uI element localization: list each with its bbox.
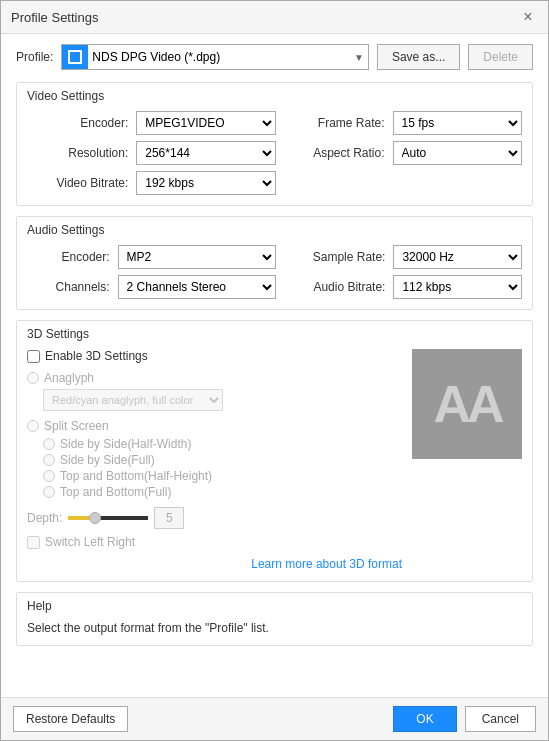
side-by-side-half-row: Side by Side(Half-Width)	[43, 437, 402, 451]
audio-settings-body: Encoder: MP2 Sample Rate: 32000 Hz Chann…	[17, 241, 532, 309]
enable-3d-row: Enable 3D Settings	[27, 349, 402, 363]
profile-label: Profile:	[16, 50, 53, 64]
profile-settings-dialog: Profile Settings × Profile: NDS DPG Vide…	[0, 0, 549, 741]
3d-settings-body: Enable 3D Settings Anaglyph Red/cyan ana…	[17, 345, 532, 581]
side-by-side-full-radio[interactable]	[43, 454, 55, 466]
side-by-side-full-row: Side by Side(Full)	[43, 453, 402, 467]
top-bottom-half-row: Top and Bottom(Half-Height)	[43, 469, 402, 483]
top-bottom-half-label: Top and Bottom(Half-Height)	[60, 469, 212, 483]
audio-encoder-select[interactable]: MP2	[118, 245, 277, 269]
audio-settings-section: Audio Settings Encoder: MP2 Sample Rate:…	[16, 216, 533, 310]
3d-controls: Enable 3D Settings Anaglyph Red/cyan ana…	[27, 349, 402, 571]
video-settings-section: Video Settings Encoder: MPEG1VIDEO Frame…	[16, 82, 533, 206]
sample-rate-select[interactable]: 32000 Hz	[393, 245, 522, 269]
audio-settings-title: Audio Settings	[17, 217, 532, 241]
channels-label: Channels:	[27, 280, 110, 294]
depth-label: Depth:	[27, 511, 62, 525]
audio-form-grid: Encoder: MP2 Sample Rate: 32000 Hz Chann…	[27, 245, 522, 299]
save-as-button[interactable]: Save as...	[377, 44, 460, 70]
split-screen-options: Side by Side(Half-Width) Side by Side(Fu…	[43, 437, 402, 499]
preview-aa-text: AA	[433, 374, 500, 434]
frame-rate-select[interactable]: 15 fps	[393, 111, 522, 135]
enable-3d-checkbox[interactable]	[27, 350, 40, 363]
top-bottom-half-radio[interactable]	[43, 470, 55, 482]
help-text: Select the output format from the "Profi…	[17, 617, 532, 645]
enable-3d-label: Enable 3D Settings	[45, 349, 148, 363]
split-screen-label: Split Screen	[44, 419, 109, 433]
depth-value: 5	[154, 507, 184, 529]
close-button[interactable]: ×	[518, 7, 538, 27]
video-form-grid: Encoder: MPEG1VIDEO Frame Rate: 15 fps R…	[27, 111, 522, 195]
3d-settings-section: 3D Settings Enable 3D Settings Anaglyph …	[16, 320, 533, 582]
anaglyph-select[interactable]: Red/cyan anaglyph, full color	[43, 389, 223, 411]
audio-bitrate-label: Audio Bitrate:	[284, 280, 385, 294]
footer: Restore Defaults OK Cancel	[1, 697, 548, 740]
dialog-title: Profile Settings	[11, 10, 98, 25]
profile-icon-inner	[68, 50, 82, 64]
delete-button[interactable]: Delete	[468, 44, 533, 70]
footer-right: OK Cancel	[393, 706, 536, 732]
switch-row: Switch Left Right	[27, 535, 402, 549]
profile-row: Profile: NDS DPG Video (*.dpg) ▼ Save as…	[16, 44, 533, 70]
main-content: Profile: NDS DPG Video (*.dpg) ▼ Save as…	[1, 34, 548, 697]
dropdown-arrow-icon: ▼	[350, 52, 368, 63]
3d-settings-title: 3D Settings	[17, 321, 532, 345]
learn-more-link[interactable]: Learn more about 3D format	[251, 557, 402, 571]
video-bitrate-select[interactable]: 192 kbps	[136, 171, 275, 195]
profile-icon	[62, 45, 88, 69]
anaglyph-radio[interactable]	[27, 372, 39, 384]
video-bitrate-label: Video Bitrate:	[27, 176, 128, 190]
profile-dropdown[interactable]: NDS DPG Video (*.dpg)	[88, 50, 350, 64]
profile-select-wrapper[interactable]: NDS DPG Video (*.dpg) ▼	[61, 44, 369, 70]
split-screen-radio[interactable]	[27, 420, 39, 432]
preview-aa: AA	[412, 349, 522, 459]
encoder-select[interactable]: MPEG1VIDEO	[136, 111, 275, 135]
channels-select[interactable]: 2 Channels Stereo	[118, 275, 277, 299]
side-by-side-full-label: Side by Side(Full)	[60, 453, 155, 467]
resolution-label: Resolution:	[27, 146, 128, 160]
depth-slider[interactable]	[68, 516, 148, 520]
top-bottom-full-radio[interactable]	[43, 486, 55, 498]
top-bottom-full-row: Top and Bottom(Full)	[43, 485, 402, 499]
ok-button[interactable]: OK	[393, 706, 456, 732]
resolution-select[interactable]: 256*144	[136, 141, 275, 165]
side-by-side-half-label: Side by Side(Half-Width)	[60, 437, 191, 451]
encoder-label: Encoder:	[27, 116, 128, 130]
video-settings-title: Video Settings	[17, 83, 532, 107]
anaglyph-row: Anaglyph	[27, 371, 402, 385]
split-screen-row: Split Screen	[27, 419, 402, 433]
frame-rate-label: Frame Rate:	[284, 116, 385, 130]
learn-more-row: Learn more about 3D format	[27, 557, 402, 571]
switch-lr-checkbox[interactable]	[27, 536, 40, 549]
help-title: Help	[17, 593, 532, 617]
aspect-ratio-label: Aspect Ratio:	[284, 146, 385, 160]
sample-rate-label: Sample Rate:	[284, 250, 385, 264]
top-bottom-full-label: Top and Bottom(Full)	[60, 485, 171, 499]
side-by-side-half-radio[interactable]	[43, 438, 55, 450]
anaglyph-label: Anaglyph	[44, 371, 94, 385]
video-settings-body: Encoder: MPEG1VIDEO Frame Rate: 15 fps R…	[17, 107, 532, 205]
audio-encoder-label: Encoder:	[27, 250, 110, 264]
audio-bitrate-select[interactable]: 112 kbps	[393, 275, 522, 299]
title-bar: Profile Settings ×	[1, 1, 548, 34]
switch-lr-label: Switch Left Right	[45, 535, 135, 549]
help-section: Help Select the output format from the "…	[16, 592, 533, 646]
cancel-button[interactable]: Cancel	[465, 706, 536, 732]
restore-defaults-button[interactable]: Restore Defaults	[13, 706, 128, 732]
depth-row: Depth: 5	[27, 507, 402, 529]
aspect-ratio-select[interactable]: Auto	[393, 141, 522, 165]
